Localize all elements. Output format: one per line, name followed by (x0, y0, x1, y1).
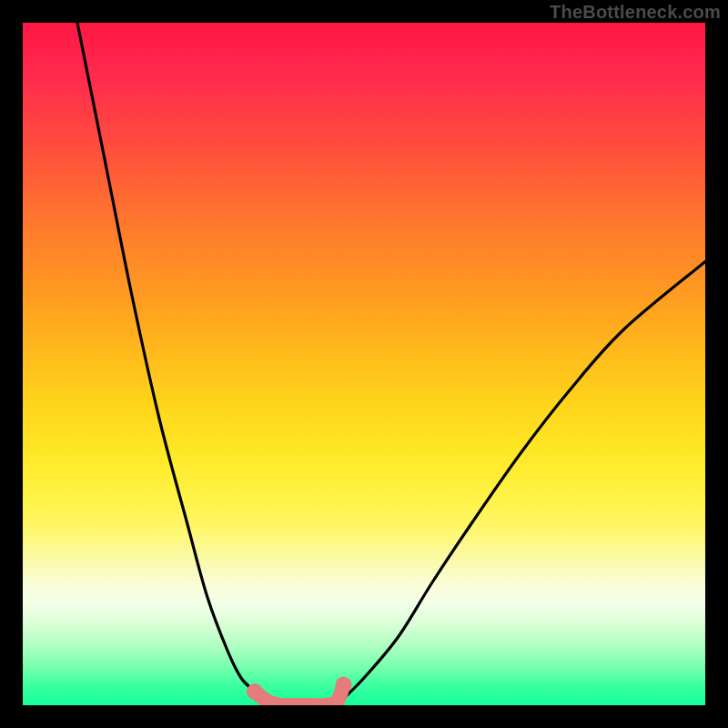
watermark-text: TheBottleneck.com (550, 2, 721, 23)
plot-area (23, 23, 705, 705)
chart-frame: TheBottleneck.com (0, 0, 728, 728)
chart-svg (23, 23, 705, 705)
left-branch-line (77, 23, 262, 699)
marker-dot (336, 677, 352, 693)
flat-bottom-marker-line (255, 685, 344, 706)
marker-dot (247, 683, 263, 700)
right-branch-line (344, 262, 706, 699)
